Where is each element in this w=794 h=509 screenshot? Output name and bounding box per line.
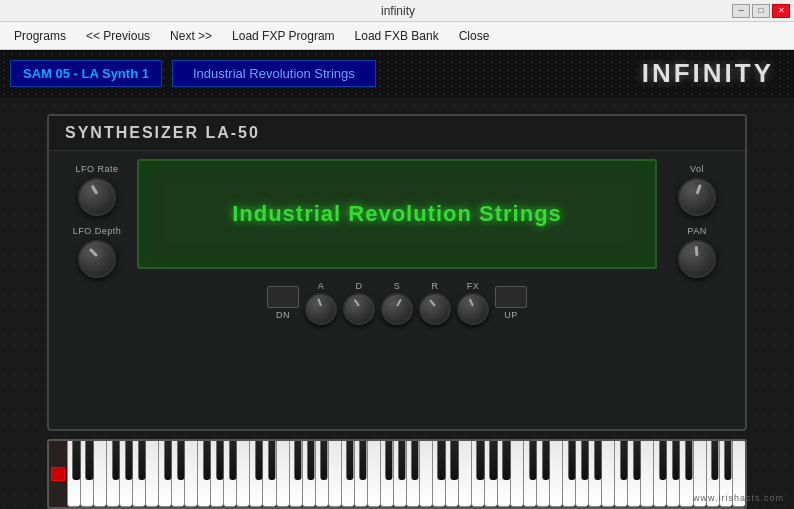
dn-button[interactable] [267, 286, 299, 308]
white-key[interactable] [510, 441, 523, 507]
black-key[interactable] [568, 441, 575, 480]
white-key[interactable] [341, 441, 354, 507]
black-key[interactable] [412, 441, 419, 480]
menu-programs[interactable]: Programs [4, 25, 76, 47]
black-key[interactable] [346, 441, 353, 480]
white-key[interactable] [106, 441, 119, 507]
black-key[interactable] [711, 441, 718, 480]
r-knob[interactable] [419, 293, 451, 325]
white-key[interactable] [80, 441, 93, 507]
black-key[interactable] [451, 441, 458, 480]
white-key[interactable] [93, 441, 106, 507]
lfo-depth-knob[interactable] [78, 240, 116, 278]
menu-load-fxb[interactable]: Load FXB Bank [345, 25, 449, 47]
white-key[interactable] [367, 441, 380, 507]
black-key[interactable] [594, 441, 601, 480]
menu-next[interactable]: Next >> [160, 25, 222, 47]
white-key[interactable] [223, 441, 236, 507]
black-key[interactable] [229, 441, 236, 480]
menu-load-fxp[interactable]: Load FXP Program [222, 25, 345, 47]
white-key[interactable] [158, 441, 171, 507]
white-key[interactable] [236, 441, 249, 507]
white-key[interactable] [302, 441, 315, 507]
black-key[interactable] [203, 441, 210, 480]
maximize-button[interactable]: □ [752, 4, 770, 18]
black-key[interactable] [386, 441, 393, 480]
black-key[interactable] [268, 441, 275, 480]
lfo-rate-knob[interactable] [78, 178, 116, 216]
black-key[interactable] [438, 441, 445, 480]
up-button[interactable] [495, 286, 527, 308]
white-key[interactable] [614, 441, 627, 507]
white-key[interactable] [484, 441, 497, 507]
black-key[interactable] [633, 441, 640, 480]
white-key[interactable] [549, 441, 562, 507]
black-key[interactable] [620, 441, 627, 480]
white-key[interactable] [471, 441, 484, 507]
black-key[interactable] [399, 441, 406, 480]
black-key[interactable] [216, 441, 223, 480]
white-key[interactable] [523, 441, 536, 507]
black-key[interactable] [360, 441, 367, 480]
black-key[interactable] [685, 441, 692, 480]
black-key[interactable] [294, 441, 301, 480]
white-key[interactable] [627, 441, 640, 507]
white-key[interactable] [653, 441, 666, 507]
white-key[interactable] [171, 441, 184, 507]
black-key[interactable] [672, 441, 679, 480]
menu-previous[interactable]: << Previous [76, 25, 160, 47]
black-key[interactable] [164, 441, 171, 480]
black-key[interactable] [125, 441, 132, 480]
white-key[interactable] [666, 441, 679, 507]
s-knob[interactable] [381, 293, 413, 325]
black-key[interactable] [659, 441, 666, 480]
black-key[interactable] [73, 441, 80, 480]
menu-close[interactable]: Close [449, 25, 500, 47]
white-key[interactable] [562, 441, 575, 507]
black-key[interactable] [529, 441, 536, 480]
white-key[interactable] [679, 441, 692, 507]
white-key[interactable] [67, 441, 80, 507]
white-key[interactable] [184, 441, 197, 507]
black-key[interactable] [724, 441, 731, 480]
white-key[interactable] [445, 441, 458, 507]
white-key[interactable] [575, 441, 588, 507]
white-key[interactable] [536, 441, 549, 507]
white-key[interactable] [497, 441, 510, 507]
a-knob[interactable] [305, 293, 337, 325]
black-key[interactable] [138, 441, 145, 480]
white-key[interactable] [419, 441, 432, 507]
black-key[interactable] [490, 441, 497, 480]
minimize-button[interactable]: ─ [732, 4, 750, 18]
black-key[interactable] [477, 441, 484, 480]
white-key[interactable] [276, 441, 289, 507]
white-key[interactable] [289, 441, 302, 507]
white-key[interactable] [393, 441, 406, 507]
white-key[interactable] [458, 441, 471, 507]
white-key[interactable] [328, 441, 341, 507]
black-key[interactable] [112, 441, 119, 480]
vol-knob[interactable] [678, 178, 716, 216]
white-key[interactable] [210, 441, 223, 507]
black-key[interactable] [542, 441, 549, 480]
close-window-button[interactable]: ✕ [772, 4, 790, 18]
white-key[interactable] [197, 441, 210, 507]
fx-knob[interactable] [457, 293, 489, 325]
black-key[interactable] [177, 441, 184, 480]
white-key[interactable] [380, 441, 393, 507]
pan-knob[interactable] [678, 240, 716, 278]
black-key[interactable] [581, 441, 588, 480]
black-key[interactable] [255, 441, 262, 480]
black-key[interactable] [307, 441, 314, 480]
white-key[interactable] [119, 441, 132, 507]
white-key[interactable] [262, 441, 275, 507]
d-knob[interactable] [343, 293, 375, 325]
white-key[interactable] [406, 441, 419, 507]
white-key[interactable] [432, 441, 445, 507]
white-key[interactable] [640, 441, 653, 507]
white-key[interactable] [132, 441, 145, 507]
black-key[interactable] [86, 441, 93, 480]
white-key[interactable] [601, 441, 614, 507]
black-key[interactable] [320, 441, 327, 480]
white-key[interactable] [588, 441, 601, 507]
